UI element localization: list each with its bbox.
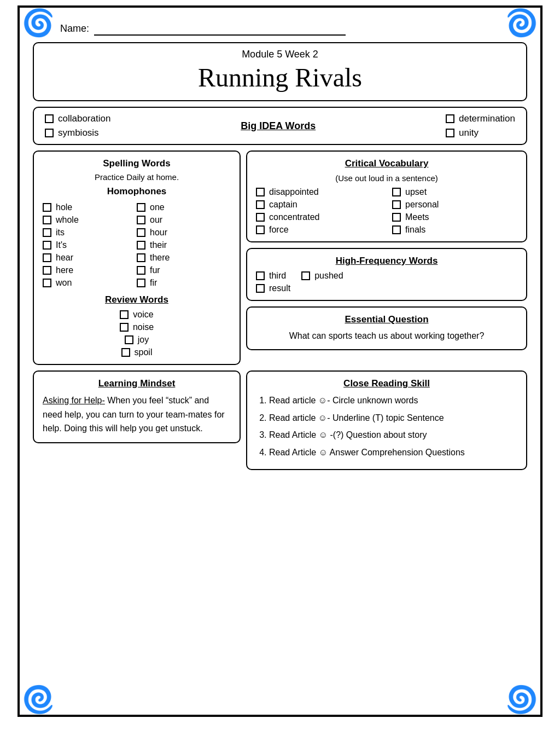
hf-col-1: third result xyxy=(256,271,290,293)
big-idea-word-3: determination xyxy=(446,113,515,124)
vocab-upset: upset xyxy=(392,187,517,197)
review-word-voice: voice xyxy=(120,310,153,320)
review-word-joy: joy xyxy=(125,335,149,345)
spell-word-their: their xyxy=(137,240,231,250)
cb-there[interactable] xyxy=(137,253,145,262)
cb-personal[interactable] xyxy=(392,200,401,209)
spelling-title: Spelling Words xyxy=(43,158,231,169)
cb-won[interactable] xyxy=(43,279,51,287)
big-idea-word-2-label: symbiosis xyxy=(58,128,99,138)
learning-mindset-section: Learning Mindset Asking for Help- When y… xyxy=(33,370,241,443)
cb-meets[interactable] xyxy=(392,213,401,222)
big-idea-left: collaboration symbiosis xyxy=(45,113,110,138)
close-reading-item-2: Read article ☺- Underline (T) topic Sent… xyxy=(269,411,517,425)
review-word-spoil: spoil xyxy=(121,348,153,357)
spell-word-hour: hour xyxy=(137,228,231,238)
bottom-row: Learning Mindset Asking for Help- When y… xyxy=(33,370,527,470)
left-column: Spelling Words Practice Daily at home. H… xyxy=(33,150,241,365)
close-reading-section: Close Reading Skill Read article ☺- Circ… xyxy=(246,370,527,470)
spell-word-hole: hole xyxy=(43,202,137,212)
cb-result[interactable] xyxy=(256,284,265,293)
cb-joy[interactable] xyxy=(125,335,133,344)
learning-mindset-box: Learning Mindset Asking for Help- When y… xyxy=(33,370,241,470)
spelling-subtitle: Practice Daily at home. xyxy=(43,172,231,182)
cb-force[interactable] xyxy=(256,225,265,234)
name-label: Name: xyxy=(60,23,89,34)
spell-col-2: one our hour their there fur fir xyxy=(137,202,231,288)
spell-word-our: our xyxy=(137,215,231,225)
main-title: Running Rivals xyxy=(45,62,515,92)
cb-hear[interactable] xyxy=(43,253,51,262)
cb-hole[interactable] xyxy=(43,203,51,212)
spell-word-here: here xyxy=(43,265,137,275)
vocab-captain: captain xyxy=(256,200,381,210)
vocab-force: force xyxy=(256,225,381,235)
checkbox-collaboration[interactable] xyxy=(45,114,54,123)
vocab-finals: finals xyxy=(392,225,517,235)
cb-captain[interactable] xyxy=(256,200,265,209)
cb-pushed[interactable] xyxy=(301,271,310,280)
vocab-disappointed: disappointed xyxy=(256,187,381,197)
checkbox-determination[interactable] xyxy=(446,114,454,123)
big-idea-word-2: symbiosis xyxy=(45,128,110,138)
cb-its2[interactable] xyxy=(43,241,51,250)
learning-mindset-title: Learning Mindset xyxy=(43,378,231,389)
review-words-list: voice noise joy spoil xyxy=(43,310,231,357)
vocab-concentrated: concentrated xyxy=(256,212,381,222)
cb-hour[interactable] xyxy=(137,228,145,237)
cb-noise[interactable] xyxy=(120,323,129,332)
corner-bl-icon: 🌀 xyxy=(22,680,55,713)
big-idea-word-1-label: collaboration xyxy=(58,113,110,124)
cb-its[interactable] xyxy=(43,228,51,237)
spell-word-its2: It's xyxy=(43,240,137,250)
close-reading-item-1: Read article ☺- Circle unknown words xyxy=(269,393,517,408)
cb-their[interactable] xyxy=(137,241,145,250)
cb-our[interactable] xyxy=(137,216,145,224)
checkbox-symbiosis[interactable] xyxy=(45,129,54,137)
review-word-noise: noise xyxy=(120,322,154,332)
close-reading-item-3: Read Article ☺ -(?) Question about story xyxy=(269,428,517,442)
hf-third: third xyxy=(256,271,290,281)
cb-upset[interactable] xyxy=(392,188,401,196)
spell-word-hear: hear xyxy=(43,253,137,263)
review-words-section: Review Words voice noise joy spoil xyxy=(43,294,231,357)
critical-vocab-box: Critical Vocabulary (Use out loud in a s… xyxy=(246,150,527,242)
vocab-personal: personal xyxy=(392,200,517,210)
homophones-title: Homophones xyxy=(43,186,231,197)
name-underline xyxy=(94,23,346,36)
spell-col-1: hole whole its It's hear here won xyxy=(43,202,137,288)
spell-word-one: one xyxy=(137,202,231,212)
cb-fir[interactable] xyxy=(137,279,145,287)
spell-word-whole: whole xyxy=(43,215,137,225)
cb-one[interactable] xyxy=(137,203,145,212)
checkbox-unity[interactable] xyxy=(446,129,454,137)
spelling-box: Spelling Words Practice Daily at home. H… xyxy=(33,150,241,365)
close-reading-title: Close Reading Skill xyxy=(256,378,517,389)
lm-underline-text: Asking for Help- xyxy=(43,396,105,405)
high-freq-title: High-Frequency Words xyxy=(256,256,517,267)
hf-col-2: pushed xyxy=(301,271,343,293)
cb-concentrated[interactable] xyxy=(256,213,265,222)
big-idea-word-3-label: determination xyxy=(459,113,515,124)
corner-tl-icon: 🌀 xyxy=(22,10,55,43)
big-idea-center-label: Big IDEA Words xyxy=(110,120,446,132)
cb-spoil[interactable] xyxy=(121,348,130,357)
cb-voice[interactable] xyxy=(120,310,129,319)
cb-here[interactable] xyxy=(43,266,51,275)
review-words-title: Review Words xyxy=(43,294,231,305)
cb-fur[interactable] xyxy=(137,266,145,275)
corner-br-icon: 🌀 xyxy=(505,680,538,713)
close-reading-box: Close Reading Skill Read article ☺- Circ… xyxy=(246,370,527,470)
big-idea-word-4-label: unity xyxy=(459,128,479,138)
spell-word-fur: fur xyxy=(137,265,231,275)
corner-tr-icon: 🌀 xyxy=(505,10,538,43)
spell-word-fir: fir xyxy=(137,278,231,288)
cb-disappointed[interactable] xyxy=(256,188,265,196)
title-box: Module 5 Week 2 Running Rivals xyxy=(33,42,527,101)
cb-whole[interactable] xyxy=(43,216,51,224)
cb-third[interactable] xyxy=(256,271,265,280)
module-label: Module 5 Week 2 xyxy=(45,49,515,60)
hf-result: result xyxy=(256,283,290,293)
critical-vocab-title: Critical Vocabulary xyxy=(256,158,517,169)
cb-finals[interactable] xyxy=(392,225,401,234)
